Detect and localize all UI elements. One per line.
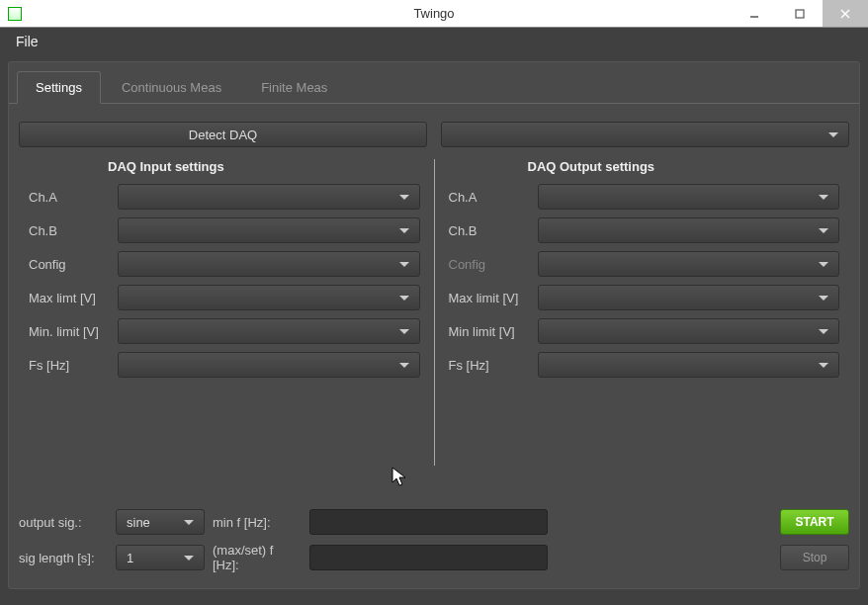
input-minlimit-label: Min. limit [V] bbox=[29, 324, 110, 339]
input-maxlimit-label: Max limt [V] bbox=[29, 291, 110, 305]
input-chb-select[interactable] bbox=[118, 217, 420, 243]
chevron-down-icon bbox=[819, 363, 828, 368]
siglen-select[interactable]: 1 bbox=[116, 545, 205, 570]
minf-input[interactable] bbox=[309, 509, 548, 535]
input-cha-label: Ch.A bbox=[29, 190, 110, 205]
bottom-bar: output sig.: sine min f [Hz]: START sig … bbox=[19, 509, 849, 580]
output-config-select[interactable] bbox=[538, 251, 840, 277]
daq-input-title: DAQ Input settings bbox=[29, 159, 420, 174]
output-sig-value: sine bbox=[127, 515, 150, 530]
tab-finite-meas[interactable]: Finite Meas bbox=[242, 71, 346, 104]
chevron-down-icon bbox=[819, 296, 828, 301]
output-sig-label: output sig.: bbox=[19, 515, 108, 530]
output-chb-label: Ch.B bbox=[449, 223, 530, 238]
chevron-down-icon bbox=[828, 132, 838, 137]
output-fs-label: Fs [Hz] bbox=[449, 358, 530, 373]
tab-bar: Settings Continuous Meas Finite Meas bbox=[9, 62, 859, 104]
input-config-label: Config bbox=[29, 257, 110, 272]
detect-daq-button[interactable]: Detect DAQ bbox=[19, 122, 427, 147]
maximize-button[interactable] bbox=[777, 0, 823, 27]
output-sig-select[interactable]: sine bbox=[116, 509, 205, 535]
output-chb-select[interactable] bbox=[538, 217, 840, 243]
start-button[interactable]: START bbox=[780, 509, 849, 535]
chevron-down-icon bbox=[399, 195, 409, 200]
chevron-down-icon bbox=[399, 262, 409, 267]
close-button[interactable] bbox=[823, 0, 868, 27]
titlebar: Twingo bbox=[0, 0, 868, 28]
input-fs-label: Fs [Hz] bbox=[29, 358, 110, 373]
daq-device-select[interactable] bbox=[441, 122, 849, 147]
chevron-down-icon bbox=[399, 363, 409, 368]
chevron-down-icon bbox=[819, 262, 828, 267]
input-config-select[interactable] bbox=[118, 251, 420, 277]
output-maxlimit-label: Max limit [V] bbox=[449, 291, 530, 305]
daq-input-column: DAQ Input settings Ch.A Ch.B Config bbox=[19, 159, 430, 466]
daq-output-column: DAQ Output settings Ch.A Ch.B Config bbox=[439, 159, 850, 466]
output-cha-label: Ch.A bbox=[449, 190, 530, 205]
siglen-label: sig length [s]: bbox=[19, 551, 108, 565]
chevron-down-icon bbox=[184, 556, 194, 561]
output-minlimit-label: Min limit [V] bbox=[449, 324, 530, 339]
stop-button[interactable]: Stop bbox=[780, 545, 849, 570]
svg-rect-1 bbox=[796, 10, 804, 18]
main-panel: Settings Continuous Meas Finite Meas Det… bbox=[8, 61, 860, 589]
chevron-down-icon bbox=[399, 329, 409, 334]
output-fs-select[interactable] bbox=[538, 352, 840, 378]
column-divider bbox=[434, 159, 435, 466]
input-chb-label: Ch.B bbox=[29, 223, 110, 238]
app-body: File Settings Continuous Meas Finite Mea… bbox=[0, 28, 868, 605]
input-fs-select[interactable] bbox=[118, 352, 420, 378]
chevron-down-icon bbox=[184, 520, 194, 525]
output-config-label: Config bbox=[449, 257, 530, 272]
settings-tab-content: Detect DAQ DAQ Input settings Ch.A Ch.B bbox=[9, 104, 859, 475]
chevron-down-icon bbox=[819, 195, 828, 200]
maxsetf-input[interactable] bbox=[309, 545, 548, 570]
chevron-down-icon bbox=[819, 329, 828, 334]
output-minlimit-select[interactable] bbox=[538, 318, 840, 344]
input-maxlimit-select[interactable] bbox=[118, 285, 420, 310]
chevron-down-icon bbox=[399, 296, 409, 301]
menu-file[interactable]: File bbox=[12, 32, 43, 51]
daq-output-title: DAQ Output settings bbox=[449, 159, 840, 174]
minimize-button[interactable] bbox=[732, 0, 777, 27]
minf-label: min f [Hz]: bbox=[213, 515, 302, 530]
tab-continuous-meas[interactable]: Continuous Meas bbox=[103, 71, 240, 104]
chevron-down-icon bbox=[399, 228, 409, 233]
chevron-down-icon bbox=[819, 228, 828, 233]
input-minlimit-select[interactable] bbox=[118, 318, 420, 344]
tab-settings[interactable]: Settings bbox=[17, 71, 101, 104]
siglen-value: 1 bbox=[127, 551, 133, 565]
output-maxlimit-select[interactable] bbox=[538, 285, 840, 310]
input-cha-select[interactable] bbox=[118, 184, 420, 210]
window-controls bbox=[732, 0, 868, 27]
output-cha-select[interactable] bbox=[538, 184, 840, 210]
maxsetf-label: (max/set) f [Hz]: bbox=[213, 543, 302, 572]
menubar: File bbox=[0, 28, 868, 53]
